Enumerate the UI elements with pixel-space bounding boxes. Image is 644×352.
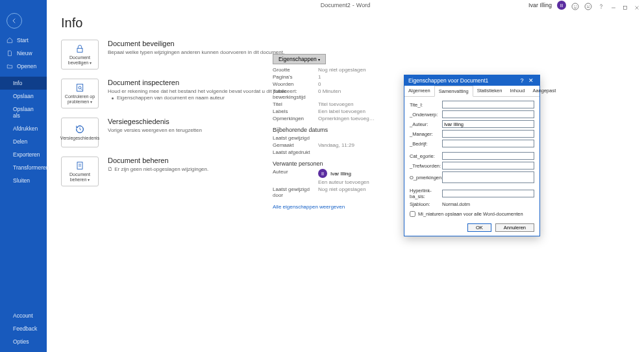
face-happy-icon[interactable]	[571, 1, 579, 9]
back-button[interactable]	[6, 13, 22, 29]
ok-button[interactable]: OK	[467, 223, 491, 232]
svg-rect-11	[77, 49, 82, 53]
manager-field[interactable]	[442, 130, 534, 138]
show-all-properties-link[interactable]: Alle eigenschappen weergeven	[273, 204, 345, 210]
svg-point-6	[601, 8, 602, 8]
add-author-link[interactable]: Een auteur toevoegen	[318, 179, 369, 185]
author[interactable]: IIIvar Illing	[318, 169, 351, 178]
svg-point-0	[572, 3, 578, 10]
author-avatar-icon: II	[318, 169, 327, 178]
document-icon	[6, 50, 13, 57]
people-heading: Verwante personen	[273, 160, 377, 167]
lock-icon	[75, 44, 85, 54]
properties-dialog: Eigenschappen voor Document1 ? ✕ Algemee…	[404, 75, 540, 236]
template-value: Normal.dotm	[442, 201, 470, 207]
folder-open-icon	[6, 63, 13, 69]
svg-line-14	[80, 89, 82, 90]
card-inspect[interactable]: Controleren op problemen▾	[61, 79, 99, 108]
card-history[interactable]: Versiegeschiedenis	[61, 118, 99, 147]
avatar[interactable]: II	[557, 1, 566, 10]
keywords-field[interactable]	[442, 162, 534, 170]
dates-heading: Bijbehorende datums	[273, 127, 377, 133]
subject-field[interactable]	[442, 110, 534, 118]
sidebar-item-options[interactable]: Opties	[0, 335, 47, 348]
thumbnail-checkbox[interactable]	[410, 211, 415, 217]
sidebar-item-start[interactable]: Start	[0, 34, 47, 47]
properties-dropdown[interactable]: Eigenschappen▾	[273, 54, 326, 64]
sidebar-item-open[interactable]: Openen	[0, 60, 47, 73]
svg-point-2	[576, 6, 576, 6]
svg-rect-16	[77, 162, 82, 170]
inspect-icon	[75, 82, 85, 93]
svg-point-1	[574, 6, 575, 6]
hyperlink-field[interactable]	[442, 190, 534, 197]
tab-general[interactable]: Algemeen	[404, 86, 434, 96]
dialog-titlebar[interactable]: Eigenschappen voor Document1 ? ✕	[404, 75, 539, 86]
titlebar: Document2-Word Ivar Illing II	[47, 0, 644, 10]
close-icon[interactable]	[634, 2, 640, 8]
sidebar-item-print[interactable]: Afdrukken	[0, 122, 47, 135]
sidebar-item-transform[interactable]: Transformeren	[0, 161, 47, 174]
sidebar-item-feedback[interactable]: Feedback	[0, 322, 47, 335]
minimize-icon[interactable]	[610, 2, 617, 8]
help-icon[interactable]	[597, 1, 605, 9]
cancel-button[interactable]: Annuleren	[495, 223, 534, 232]
tab-custom[interactable]: Aangepast	[528, 86, 560, 96]
svg-point-5	[589, 6, 589, 6]
sidebar-item-new[interactable]: Nieuw	[0, 47, 47, 60]
section-title-protect: Document beveiligen	[108, 40, 630, 47]
sidebar-item-close[interactable]: Sluiten	[0, 174, 47, 187]
dialog-help-icon[interactable]: ?	[517, 77, 526, 84]
tab-content[interactable]: Inhoud	[506, 86, 528, 96]
sidebar-item-export[interactable]: Exporteren	[0, 148, 47, 161]
tab-summary[interactable]: Samenvatting	[434, 86, 473, 97]
sidebar-item-info[interactable]: Info	[0, 77, 47, 90]
sidebar-item-account[interactable]: Account	[0, 309, 47, 322]
sidebar-item-save[interactable]: Opslaan	[0, 90, 47, 103]
sidebar-item-share[interactable]: Delen	[0, 135, 47, 148]
page-title: Info	[61, 16, 630, 31]
category-field[interactable]	[442, 152, 534, 160]
history-icon	[75, 124, 85, 134]
user-name[interactable]: Ivar Illing	[528, 2, 552, 8]
face-sad-icon[interactable]	[584, 1, 592, 9]
company-field[interactable]	[442, 140, 534, 147]
maximize-icon[interactable]	[622, 2, 628, 8]
tab-statistics[interactable]: Statistieken	[473, 86, 506, 96]
comments-field[interactable]	[442, 171, 534, 183]
svg-rect-12	[77, 84, 82, 92]
dialog-close-icon[interactable]: ✕	[526, 77, 536, 84]
svg-point-4	[587, 6, 588, 6]
svg-point-3	[585, 3, 591, 10]
sidebar: Start Nieuw Openen Info Opslaan Opslaan …	[0, 0, 47, 352]
dialog-tabs: Algemeen Samenvatting Statistieken Inhou…	[404, 86, 539, 97]
window-title: Document2-Word	[321, 2, 370, 8]
title-field[interactable]	[442, 101, 534, 108]
card-protect[interactable]: Document beveiligen▾	[61, 40, 99, 69]
thumbnail-checkbox-row[interactable]: Mi_niaturen opslaan voor alle Word-docum…	[410, 211, 534, 217]
svg-rect-8	[624, 6, 627, 10]
author-field[interactable]	[442, 120, 534, 128]
card-manage[interactable]: Document beheren▾	[61, 157, 99, 186]
sidebar-item-saveas[interactable]: Opslaan als	[0, 103, 47, 122]
properties-panel: Eigenschappen▾ GrootteNog niet opgeslage…	[273, 52, 377, 211]
manage-icon	[75, 160, 85, 171]
home-icon	[6, 37, 13, 44]
